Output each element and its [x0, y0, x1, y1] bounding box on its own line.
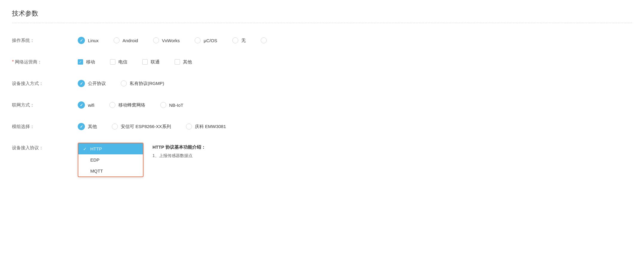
protocol-info-panel: HTTP 协议基本功能介绍： 1、上报传感器数据点 [152, 143, 206, 159]
protocol-dropdown[interactable]: ✓ HTTP EDP MQTT [78, 143, 144, 177]
network-cellular[interactable]: 移动蜂窝网络 [109, 102, 145, 108]
os-options: Linux Android VxWorks μC/OS 无 [78, 37, 267, 44]
access-private-label: 私有协议(RGMP) [130, 81, 164, 86]
os-none-radio [232, 37, 238, 43]
os-vxworks-label: VxWorks [162, 38, 180, 43]
access-method-open[interactable]: 公开协议 [78, 80, 106, 87]
operator-other[interactable]: 其他 [175, 59, 192, 65]
network-cellular-label: 移动蜂窝网络 [118, 102, 145, 108]
module-emw3081[interactable]: 庆科 EMW3081 [186, 124, 226, 130]
protocol-label: 设备接入协议： [12, 143, 78, 151]
edp-label: EDP [90, 157, 100, 162]
operator-mobile-checkbox [78, 59, 83, 65]
protocol-row: 设备接入协议： ✓ HTTP EDP MQTT [12, 143, 632, 177]
os-android-radio [114, 37, 120, 43]
os-linux-label: Linux [88, 38, 99, 43]
os-option-other[interactable] [261, 37, 267, 43]
access-open-label: 公开协议 [88, 81, 106, 86]
http-checkmark: ✓ [83, 147, 88, 151]
protocol-info-item-0: 1、上报传感器数据点 [152, 153, 206, 159]
mqtt-label: MQTT [90, 168, 103, 173]
os-vxworks-radio [153, 37, 159, 43]
protocol-option-http[interactable]: ✓ HTTP [78, 143, 143, 154]
operator-telecom-checkbox [110, 59, 115, 65]
form-section: 操作系统： Linux Android VxWorks μC/OS 无 [12, 32, 632, 177]
os-option-ucos[interactable]: μC/OS [195, 37, 217, 43]
module-select-label: 模组选择： [12, 124, 78, 130]
network-type-options: wifi 移动蜂窝网络 NB-IoT [78, 101, 183, 109]
network-nbiot[interactable]: NB-IoT [160, 102, 184, 108]
network-wifi-check [78, 101, 85, 109]
os-option-vxworks[interactable]: VxWorks [153, 37, 180, 43]
network-type-label: 联网方式： [12, 102, 78, 108]
module-esp8266-radio [112, 124, 118, 130]
page-title: 技术参数 [12, 9, 632, 23]
protocol-option-edp[interactable]: EDP [78, 154, 143, 165]
protocol-content: ✓ HTTP EDP MQTT HTTP 协议基本功能介绍： 1、上报传感器数据… [78, 143, 206, 177]
module-emw3081-radio [186, 124, 192, 130]
module-other-label: 其他 [88, 124, 97, 130]
network-wifi-label: wifi [88, 103, 94, 108]
module-esp8266[interactable]: 安信可 ESP8266-XX系列 [112, 124, 171, 130]
operator-options: 移动 电信 联通 其他 [78, 59, 192, 65]
os-other-radio [261, 37, 267, 43]
os-option-none[interactable]: 无 [232, 37, 246, 43]
access-private-radio [121, 80, 127, 86]
module-other[interactable]: 其他 [78, 123, 97, 130]
os-option-linux[interactable]: Linux [78, 37, 99, 44]
network-type-row: 联网方式： wifi 移动蜂窝网络 NB-IoT [12, 100, 632, 110]
os-none-label: 无 [241, 38, 246, 43]
protocol-option-mqtt[interactable]: MQTT [78, 165, 143, 176]
os-android-label: Android [123, 38, 138, 43]
network-wifi[interactable]: wifi [78, 101, 94, 109]
operator-telecom[interactable]: 电信 [110, 59, 127, 65]
network-nbiot-label: NB-IoT [169, 103, 184, 108]
os-ucos-radio [195, 37, 201, 43]
operator-mobile-label: 移动 [86, 59, 95, 65]
access-method-label: 设备接入方式： [12, 81, 78, 86]
access-method-options: 公开协议 私有协议(RGMP) [78, 80, 164, 87]
access-method-row: 设备接入方式： 公开协议 私有协议(RGMP) [12, 78, 632, 89]
module-other-check [78, 123, 85, 130]
network-nbiot-radio [160, 102, 166, 108]
os-ucos-label: μC/OS [204, 38, 217, 43]
protocol-dropdown-list: ✓ HTTP EDP MQTT [78, 143, 144, 177]
operator-label: * 网络运营商： [12, 59, 78, 65]
operator-unicom[interactable]: 联通 [142, 59, 160, 65]
os-option-android[interactable]: Android [114, 37, 138, 43]
operator-telecom-label: 电信 [118, 59, 127, 65]
required-star: * [12, 59, 14, 65]
operator-other-label: 其他 [183, 59, 192, 65]
operator-other-checkbox [175, 59, 180, 65]
operator-mobile[interactable]: 移动 [78, 59, 95, 65]
operator-row: * 网络运营商： 移动 电信 联通 其他 [12, 57, 632, 67]
os-row: 操作系统： Linux Android VxWorks μC/OS 无 [12, 35, 632, 46]
access-open-check [78, 80, 85, 87]
protocol-info-title: HTTP 协议基本功能介绍： [152, 144, 206, 150]
network-cellular-radio [109, 102, 115, 108]
os-linux-check [78, 37, 85, 44]
module-select-row: 模组选择： 其他 安信可 ESP8266-XX系列 庆科 EMW3081 [12, 121, 632, 132]
operator-unicom-label: 联通 [151, 59, 160, 65]
module-emw3081-label: 庆科 EMW3081 [195, 124, 226, 130]
http-label: HTTP [90, 146, 102, 151]
module-select-options: 其他 安信可 ESP8266-XX系列 庆科 EMW3081 [78, 123, 226, 130]
module-esp8266-label: 安信可 ESP8266-XX系列 [121, 124, 171, 130]
os-label: 操作系统： [12, 38, 78, 43]
operator-unicom-checkbox [142, 59, 148, 65]
access-method-private[interactable]: 私有协议(RGMP) [121, 80, 164, 86]
